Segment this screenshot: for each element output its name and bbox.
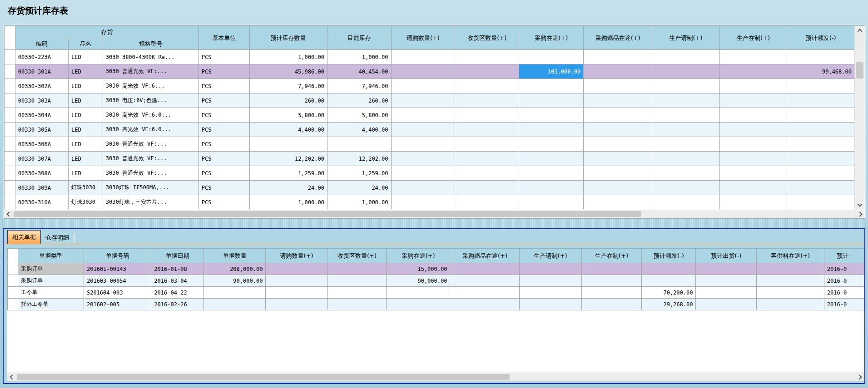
cell[interactable] [520,287,581,299]
cell[interactable]: 3030 普通光效 VF:... [103,152,198,166]
column-header[interactable]: 编码 [15,38,68,50]
cell[interactable] [584,195,652,210]
cell[interactable] [391,137,455,152]
cell[interactable] [327,263,387,275]
cell[interactable] [450,287,520,299]
cell[interactable] [581,263,642,275]
row-indicator[interactable] [8,299,18,310]
cell[interactable] [787,50,855,64]
cell[interactable] [266,275,327,287]
cell[interactable] [787,195,855,210]
cell[interactable] [642,275,696,287]
vertical-scrollbar-thumb[interactable] [856,62,863,79]
cell[interactable]: LED [69,137,103,152]
cell[interactable]: 4,400.00 [249,123,327,137]
scroll-left-button[interactable] [7,373,16,381]
cell[interactable]: 99,468.00 [787,64,855,79]
cell[interactable] [391,79,455,93]
column-header[interactable]: 收货区数量(+) [327,249,387,263]
cell[interactable] [519,123,584,137]
cell[interactable] [719,137,787,152]
cell[interactable]: 7,946.00 [249,79,327,93]
cell[interactable]: 3030 3800-4300K Ra... [103,50,198,64]
cell[interactable] [519,50,584,64]
cell[interactable] [520,263,581,275]
cell[interactable] [642,263,696,275]
scroll-down-button[interactable] [855,200,865,209]
column-header[interactable]: 预计库存数量 [249,26,327,50]
column-header[interactable]: 采购在途(+) [387,249,450,263]
tab-warehouse-details[interactable]: 仓存明细 [41,231,74,244]
cell[interactable] [519,108,584,123]
row-indicator[interactable] [8,287,18,299]
cell[interactable] [450,275,520,287]
cell[interactable]: 00330-303A [15,93,68,108]
documents-horizontal-scrollbar[interactable] [7,373,864,381]
cell[interactable]: 3030 高光效 VF:6.0... [103,123,198,137]
cell[interactable]: 00330-308A [15,166,68,181]
column-header[interactable]: 基本单位 [198,26,249,50]
cell[interactable]: 00330-310A [15,195,68,210]
cell[interactable]: 260.00 [327,93,391,108]
cell[interactable]: PCS [198,166,249,181]
table-row[interactable]: 00330-223ALED3030 3800-4300K Ra...PCS1,0… [5,50,855,64]
cell[interactable] [757,299,824,310]
cell[interactable]: PCS [198,137,249,152]
cell[interactable]: 工令单 [18,287,84,299]
column-header[interactable]: 收货区数量(+) [455,26,519,50]
table-row[interactable]: 采购订单201601-001432016-01-08208,000.0015,0… [8,263,864,275]
cell[interactable] [584,166,652,181]
cell[interactable] [787,123,855,137]
row-indicator[interactable] [5,64,15,79]
cell[interactable]: PCS [198,64,249,79]
cell[interactable] [719,166,787,181]
cell[interactable] [652,195,720,210]
cell[interactable] [584,137,652,152]
cell[interactable] [387,299,450,310]
scroll-right-button[interactable] [855,373,864,381]
cell[interactable]: 2016-0 [824,287,864,299]
cell[interactable] [455,123,519,137]
row-indicator[interactable] [5,123,15,137]
cell[interactable] [266,299,327,310]
table-row[interactable]: 00330-304ALED3030 高光效 VF:6.0...PCS5,800.… [5,108,855,123]
cell[interactable]: LED [69,152,103,166]
cell[interactable]: 2016-03-04 [151,275,204,287]
cell[interactable]: 1,000.00 [327,50,391,64]
column-header[interactable]: 请购数量(+) [266,249,327,263]
cell[interactable]: PCS [198,93,249,108]
cell[interactable]: 采购订单 [18,275,84,287]
cell[interactable] [719,195,787,210]
cell[interactable] [520,275,581,287]
cell[interactable]: PCS [198,181,249,195]
column-header[interactable]: 单据日期 [151,249,204,263]
cell[interactable] [327,299,387,310]
cell[interactable] [787,137,855,152]
cell[interactable]: PCS [198,108,249,123]
cell[interactable] [584,123,652,137]
cell[interactable] [719,79,787,93]
cell[interactable]: 2016-04-22 [151,287,204,299]
cell[interactable]: 105,000.00 [519,64,584,79]
table-row[interactable]: 00330-307ALED3030 普通光效 VF:...PCS12,202.0… [5,152,855,166]
vertical-scrollbar[interactable] [854,26,865,209]
cell[interactable] [719,181,787,195]
row-indicator-header[interactable] [8,249,18,263]
cell[interactable] [652,181,720,195]
row-indicator[interactable] [5,195,15,210]
cell[interactable]: 90,000.00 [387,275,450,287]
cell[interactable]: LED [69,123,103,137]
cell[interactable]: 2016-0 [824,263,864,275]
cell[interactable] [652,137,720,152]
cell[interactable]: 托外工令单 [18,299,84,310]
column-header[interactable]: 目前库存 [327,26,391,50]
cell[interactable] [455,152,519,166]
cell[interactable] [787,181,855,195]
cell[interactable] [455,50,519,64]
cell[interactable]: 2016-02-26 [151,299,204,310]
cell[interactable]: 3030 电压:6V;色温... [103,93,198,108]
cell[interactable]: 采购订单 [18,263,84,275]
cell[interactable]: 90,000.00 [204,275,266,287]
cell[interactable]: 灯珠3030 [69,195,103,210]
cell[interactable]: 1,000.00 [249,195,327,210]
